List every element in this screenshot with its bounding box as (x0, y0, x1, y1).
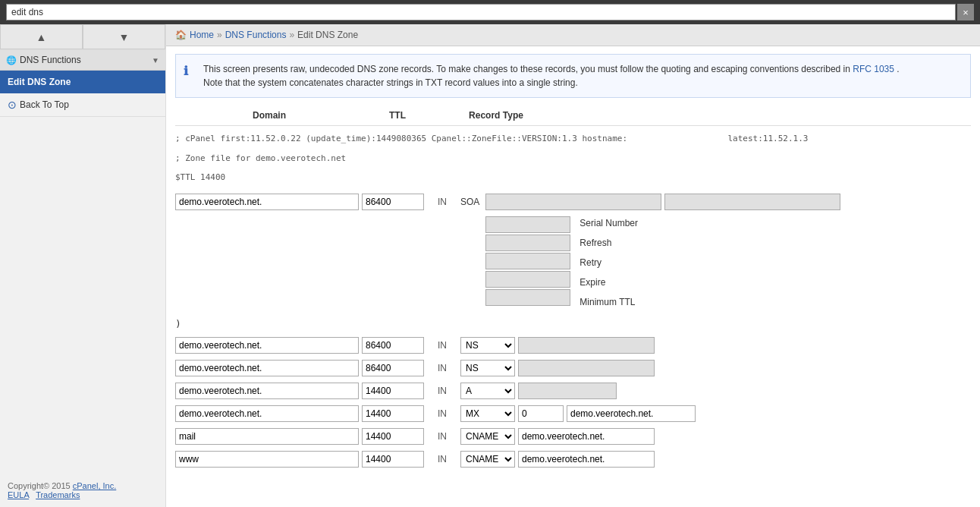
home-icon: 🏠 (175, 30, 187, 40)
soa-expire-input[interactable] (485, 271, 570, 288)
rfc1035-link[interactable]: RFC 1035 (853, 64, 894, 74)
breadcrumb-sep2: » (289, 30, 294, 40)
chevron-down-icon: ▼ (152, 56, 159, 65)
record-2-in: IN (427, 383, 457, 399)
record-1-ttl[interactable] (362, 360, 424, 376)
refresh-label: Refresh (580, 235, 638, 251)
header-ttl: TTL (363, 110, 432, 121)
minimum-ttl-label: Minimum TTL (580, 294, 638, 310)
record-5-domain[interactable] (175, 451, 359, 468)
record-2-ttl[interactable] (362, 383, 424, 399)
record-3-domain[interactable] (175, 405, 359, 422)
soa-ttl-input[interactable] (362, 194, 424, 210)
record-row-3: IN MX (175, 404, 971, 424)
record-0-data[interactable] (518, 337, 655, 354)
info-text-line2: Note that the system concatenates charac… (203, 76, 961, 90)
soa-data-area: Serial Number Refresh Retry Expire Minim… (485, 194, 840, 310)
serial-label: Serial Number (580, 215, 638, 231)
record-row-5: IN CNAME (175, 449, 971, 469)
copyright-text: Copyright© 2015 (8, 481, 73, 490)
record-2-domain[interactable] (175, 383, 359, 399)
record-4-in: IN (427, 428, 457, 445)
record-3-priority[interactable] (518, 405, 564, 422)
retry-label: Retry (580, 254, 638, 271)
record-5-type[interactable]: CNAME (460, 451, 515, 468)
record-5-data[interactable] (518, 451, 655, 468)
trademarks-link[interactable]: Trademarks (36, 490, 80, 499)
back-to-top-label: Back To Top (20, 99, 69, 110)
record-5-in: IN (427, 451, 457, 468)
sidebar-footer: Copyright© 2015 cPanel, Inc. EULA Tradem… (0, 474, 165, 507)
record-4-type[interactable]: CNAME (460, 428, 515, 445)
record-1-domain[interactable] (175, 360, 359, 376)
sidebar-section-label-text: DNS Functions (20, 55, 81, 65)
dns-comment-line1: ; cPanel first:11.52.0.22 (update_time):… (175, 129, 971, 149)
soa-minimum-input[interactable] (485, 289, 570, 306)
soa-type-label: SOA (460, 194, 479, 210)
sidebar-active-edit-dns[interactable]: Edit DNS Zone (0, 71, 165, 93)
record-3-in: IN (427, 405, 457, 422)
record-row-4: IN CNAME (175, 427, 971, 446)
soa-labels: Serial Number Refresh Retry Expire Minim… (580, 213, 638, 310)
sidebar-back-to-top[interactable]: ⊙ Back To Top (0, 93, 165, 117)
record-2-type[interactable]: A (460, 383, 515, 399)
dns-comment-line3: $TTL 14400 (175, 168, 971, 187)
search-bar: × (0, 0, 980, 24)
info-text-line1: This screen presents raw, undecoded DNS … (203, 62, 961, 76)
record-5-ttl[interactable] (362, 451, 424, 468)
record-3-type[interactable]: MX (460, 405, 515, 422)
dns-section-icon: 🌐 (6, 55, 17, 65)
soa-retry-input[interactable] (485, 253, 570, 269)
header-record-type: Record Type (462, 110, 530, 121)
soa-email-input[interactable] (664, 194, 840, 210)
closing-paren: ) (175, 315, 971, 335)
record-0-in: IN (427, 337, 457, 354)
record-row-0: IN NS (175, 335, 971, 355)
sidebar-section-dns[interactable]: 🌐 DNS Functions ▼ (0, 50, 165, 71)
search-clear-button[interactable]: × (957, 4, 974, 20)
soa-refresh-input[interactable] (485, 235, 570, 251)
soa-domain-input[interactable] (175, 194, 359, 210)
dns-area: Domain TTL Record Type ; cPanel first:11… (166, 105, 980, 469)
sidebar: ▲ ▼ 🌐 DNS Functions ▼ Edit DNS Zone ⊙ Ba… (0, 24, 166, 507)
breadcrumb-current: Edit DNS Zone (297, 30, 358, 40)
record-4-domain[interactable] (175, 428, 359, 445)
soa-in-label: IN (427, 194, 457, 210)
dns-comment-line2: ; Zone file for demo.veerotech.net (175, 149, 971, 168)
record-2-data[interactable] (518, 383, 617, 399)
record-row-1: IN NS (175, 358, 971, 378)
record-0-type[interactable]: NS (460, 337, 515, 354)
soa-nameserver-input[interactable] (485, 194, 661, 210)
up-circle-icon: ⊙ (8, 99, 17, 111)
main-content: 🏠 Home » DNS Functions » Edit DNS Zone ℹ… (166, 24, 980, 507)
record-0-domain[interactable] (175, 337, 359, 354)
expire-label: Expire (580, 274, 638, 291)
sidebar-nav-arrows: ▲ ▼ (0, 24, 165, 50)
nav-down-arrow[interactable]: ▼ (83, 24, 165, 49)
record-4-ttl[interactable] (362, 428, 424, 445)
record-0-ttl[interactable] (362, 337, 424, 354)
record-4-data[interactable] (518, 428, 655, 445)
record-row-2: IN A (175, 381, 971, 401)
info-box: ℹ This screen presents raw, undecoded DN… (175, 54, 971, 98)
search-input[interactable] (6, 4, 956, 20)
info-icon: ℹ (184, 62, 188, 80)
dns-header-row: Domain TTL Record Type (175, 105, 971, 126)
record-3-ttl[interactable] (362, 405, 424, 422)
breadcrumb-home[interactable]: Home (190, 30, 214, 40)
record-3-data[interactable] (567, 405, 696, 422)
record-1-type[interactable]: NS (460, 360, 515, 376)
soa-row: IN SOA (175, 192, 971, 312)
header-domain: Domain (175, 110, 363, 121)
breadcrumb: 🏠 Home » DNS Functions » Edit DNS Zone (166, 24, 980, 46)
eula-link[interactable]: EULA (8, 490, 29, 499)
record-1-data[interactable] (518, 360, 655, 376)
breadcrumb-dns-functions[interactable]: DNS Functions (225, 30, 287, 40)
record-1-in: IN (427, 360, 457, 376)
nav-up-arrow[interactable]: ▲ (0, 24, 83, 49)
soa-serial-input[interactable] (485, 216, 570, 233)
soa-values-area (485, 216, 570, 306)
cpanel-link[interactable]: cPanel, Inc. (73, 481, 116, 490)
breadcrumb-sep1: » (217, 30, 222, 40)
